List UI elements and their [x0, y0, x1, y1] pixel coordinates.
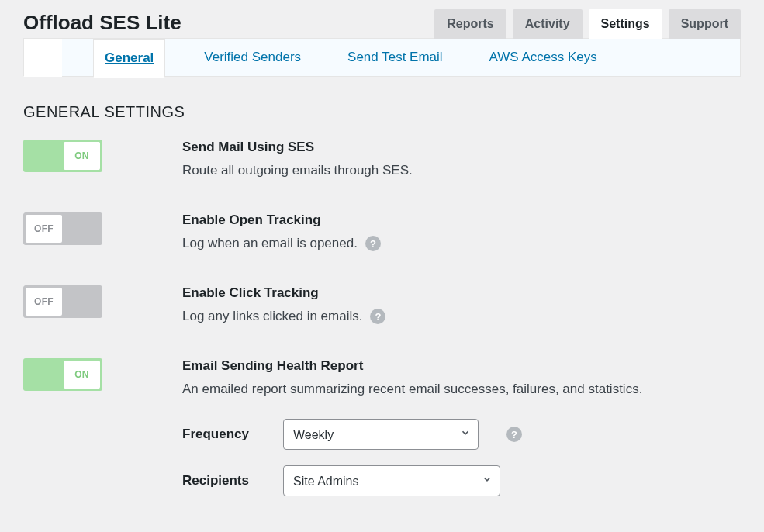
setting-title-open-tracking: Enable Open Tracking [182, 212, 741, 228]
setting-desc-health-report: An emailed report summarizing recent ema… [182, 382, 741, 397]
setting-title-click-tracking: Enable Click Tracking [182, 285, 741, 301]
tab-support[interactable]: Support [669, 9, 741, 39]
top-tabs: Reports Activity Settings Support [434, 9, 741, 39]
sub-nav-send-test-email[interactable]: Send Test Email [340, 40, 451, 74]
help-icon[interactable]: ? [365, 236, 381, 251]
toggle-knob: OFF [26, 215, 62, 243]
setting-desc-open-tracking: Log when an email is opened. [182, 236, 358, 251]
label-recipients: Recipients [182, 473, 255, 489]
setting-title-health-report: Email Sending Health Report [182, 358, 741, 374]
select-frequency[interactable]: Weekly [283, 419, 479, 450]
tab-reports[interactable]: Reports [434, 9, 506, 39]
toggle-health-report[interactable]: ON [23, 358, 102, 391]
setting-desc-send-ses: Route all outgoing emails through SES. [182, 163, 741, 178]
help-icon[interactable]: ? [370, 309, 385, 324]
label-frequency: Frequency [182, 427, 255, 442]
field-recipients: Recipients Site Admins [182, 465, 741, 496]
field-frequency: Frequency Weekly ? [182, 419, 741, 450]
toggle-send-ses[interactable]: ON [23, 140, 102, 172]
tab-activity[interactable]: Activity [513, 9, 583, 39]
section-title: GENERAL SETTINGS [23, 103, 741, 121]
sub-nav-aws-access-keys[interactable]: AWS Access Keys [482, 40, 605, 74]
setting-open-tracking: OFF Enable Open Tracking Log when an ema… [23, 212, 741, 251]
toggle-knob: OFF [26, 288, 62, 316]
setting-title-send-ses: Send Mail Using SES [182, 140, 741, 155]
tab-settings[interactable]: Settings [589, 9, 662, 39]
page-title: Offload SES Lite [23, 8, 181, 41]
toggle-open-tracking[interactable]: OFF [23, 212, 102, 245]
help-icon[interactable]: ? [506, 427, 522, 442]
setting-send-ses: ON Send Mail Using SES Route all outgoin… [23, 140, 741, 178]
sub-nav-verified-senders[interactable]: Verified Senders [196, 40, 309, 74]
sub-nav-spacer [23, 38, 62, 77]
sub-nav: General Verified Senders Send Test Email… [23, 38, 741, 77]
setting-health-report: ON Email Sending Health Report An emaile… [23, 358, 741, 512]
toggle-knob: ON [64, 142, 100, 170]
toggle-click-tracking[interactable]: OFF [23, 285, 102, 318]
sub-nav-general[interactable]: General [93, 39, 165, 78]
toggle-knob: ON [64, 361, 100, 389]
select-recipients[interactable]: Site Admins [283, 465, 500, 496]
setting-desc-click-tracking: Log any links clicked in emails. [182, 309, 362, 324]
setting-click-tracking: OFF Enable Click Tracking Log any links … [23, 285, 741, 324]
